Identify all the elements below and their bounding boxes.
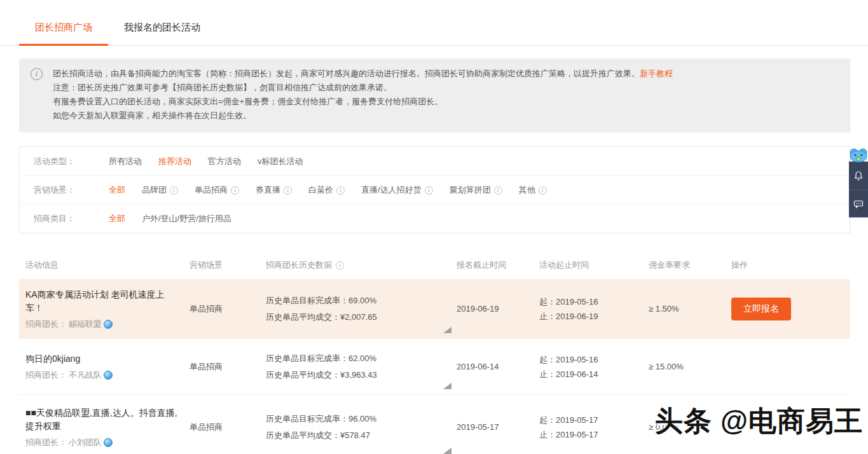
activity-info-cell: 狗日的0kjiang 招商团长：不凡战队 — [25, 352, 189, 381]
activity-title[interactable]: 狗日的0kjiang — [25, 352, 189, 366]
activity-leader: 招商团长：不凡战队 — [25, 369, 189, 381]
tutorial-link[interactable]: 新手教程 — [640, 69, 673, 78]
info-icon[interactable]: i — [284, 186, 292, 195]
scene-cell: 单品招商 — [189, 361, 266, 373]
history-avg-value: ¥578.47 — [340, 430, 370, 440]
table-header: 活动信息 营销场景 招商团长历史数据i 报名截止时间 活动起止时间 佣金率要求 … — [19, 251, 850, 279]
info-icon[interactable]: i — [231, 186, 239, 195]
bell-icon — [853, 170, 864, 181]
notice-line-4: 如您今天新加入联盟商家，相关操作将在次日起生效。 — [53, 109, 673, 123]
range-cell: 起：2019-05-17 止：2019-05-17 — [539, 413, 649, 442]
filter-row-activity-type: 活动类型： 所有活动 推荐活动 官方活动 v标团长活动 — [20, 147, 850, 175]
filter-option-official[interactable]: 官方活动 — [208, 156, 241, 167]
history-rate-value: 69.00% — [348, 296, 376, 305]
option-label: 直播/达人招好货 — [361, 184, 422, 196]
filter-label: 营销场景： — [34, 184, 109, 196]
leader-name[interactable]: 赐福联盟 — [69, 319, 102, 330]
leader-name[interactable]: 不凡战队 — [69, 369, 102, 381]
start-label: 起： — [539, 415, 556, 425]
history-rate-label: 历史单品目标完成率： — [266, 414, 348, 423]
tab-my-activities[interactable]: 我报名的团长活动 — [108, 22, 216, 45]
filter-option-coupon-live[interactable]: 券直播i — [256, 184, 292, 196]
activity-leader: 招商团长：赐福联盟 — [25, 319, 189, 330]
notice-line-1: 团长招商活动，由具备招商能力的淘宝客（简称：招商团长）发起，商家可对感兴趣的活动… — [53, 67, 673, 81]
history-rate-label: 历史单品目标完成率： — [266, 296, 348, 305]
option-label: 品牌团 — [142, 184, 167, 196]
history-rate: 历史单品目标完成率：69.00% — [266, 292, 457, 309]
wangwang-icon[interactable] — [104, 371, 113, 380]
range-end: 止：2019-05-17 — [539, 427, 649, 442]
filter-option-juhuasuan[interactable]: 聚划算拼团i — [450, 184, 502, 196]
info-icon[interactable]: i — [336, 186, 345, 195]
filter-option-v-leader[interactable]: v标团长活动 — [258, 156, 303, 167]
history-rate-value: 96.00% — [348, 414, 376, 423]
activity-title[interactable]: ■■天俊精品联盟,直播,达人。抖音直播,提升权重 — [25, 406, 189, 433]
range-start: 起：2019-05-17 — [539, 413, 649, 427]
info-icon[interactable]: i — [336, 261, 344, 270]
deadline-cell: 2019-05-17 — [457, 422, 539, 432]
info-icon[interactable]: i — [170, 186, 178, 195]
end-date: 2019-06-19 — [556, 312, 598, 321]
activity-leader: 招商团长：小刘团队 — [25, 437, 189, 448]
end-date: 2019-05-17 — [556, 430, 598, 439]
tab-bar: 团长招商广场 我报名的团长活动 — [0, 0, 868, 46]
filter-panel: 活动类型： 所有活动 推荐活动 官方活动 v标团长活动 营销场景： 全部 品牌团… — [19, 146, 850, 233]
tab-leader-plaza[interactable]: 团长招商广场 — [19, 22, 108, 45]
action-cell: 立即报名 — [731, 298, 850, 320]
history-avg-value: ¥2,007.65 — [340, 312, 377, 322]
filter-label: 招商类目： — [34, 213, 109, 224]
filter-option-single-item[interactable]: 单品招商i — [195, 184, 239, 196]
filter-option-cheap-price[interactable]: 白菜价i — [308, 184, 345, 196]
leader-label: 招商团长： — [25, 369, 67, 381]
info-icon[interactable]: i — [494, 186, 502, 195]
notifications-button[interactable] — [849, 162, 868, 189]
start-label: 起： — [539, 297, 556, 306]
chat-icon — [853, 199, 864, 209]
filter-option-scene-all[interactable]: 全部 — [109, 184, 125, 196]
filter-option-all-activities[interactable]: 所有活动 — [109, 156, 142, 167]
activity-info-cell: KA商家专属活动计划 老司机速度上车！ 招商团长：赐福联盟 — [25, 288, 189, 330]
header-label: 招商团长历史数据 — [266, 259, 332, 271]
history-avg-label: 历史单品平均成交： — [266, 312, 340, 322]
notice-box: i 团长招商活动，由具备招商能力的淘宝客（简称：招商团长）发起，商家可对感兴趣的… — [19, 58, 850, 132]
history-rate-value: 62.00% — [348, 354, 376, 363]
expand-corner-icon[interactable] — [443, 448, 451, 454]
end-label: 止： — [539, 430, 556, 439]
filter-option-live-talent[interactable]: 直播/达人招好货i — [361, 184, 433, 196]
expand-corner-icon[interactable] — [443, 383, 451, 389]
leader-name[interactable]: 小刘团队 — [69, 437, 102, 448]
table-row[interactable]: ■■天俊精品联盟,直播,达人。抖音直播,提升权重 招商团长：小刘团队 单品招商 … — [19, 394, 850, 454]
history-rate-label: 历史单品目标完成率： — [266, 354, 348, 363]
filter-option-recommended[interactable]: 推荐活动 — [158, 156, 191, 167]
col-date-range: 活动起止时间 — [539, 259, 649, 271]
apply-now-button[interactable]: 立即报名 — [731, 298, 791, 320]
wangwang-icon[interactable] — [104, 438, 113, 447]
activity-title[interactable]: KA商家专属活动计划 老司机速度上车！ — [25, 288, 189, 315]
info-icon[interactable]: i — [425, 186, 433, 195]
filter-option-brand-group[interactable]: 品牌团i — [142, 184, 178, 196]
messages-button[interactable] — [849, 189, 868, 217]
history-avg: 历史单品平均成交：¥578.47 — [266, 427, 457, 444]
history-avg: 历史单品平均成交：¥3,963.43 — [266, 367, 457, 383]
wangwang-icon[interactable] — [104, 320, 113, 329]
history-cell: 历史单品目标完成率：96.00% 历史单品平均成交：¥578.47 — [266, 395, 457, 454]
notice-line-2: 注意：团长历史推广效果可参考【招商团长历史数据】，勿盲目相信推广达成前的效果承诺… — [53, 81, 673, 95]
col-marketing-scene: 营销场景 — [189, 259, 266, 271]
filter-option-category-all[interactable]: 全部 — [109, 213, 125, 224]
start-label: 起： — [539, 355, 556, 364]
leader-label: 招商团长： — [25, 437, 67, 448]
filter-row-category: 招商类目： 全部 户外/登山/野营/旅行用品 — [20, 204, 850, 233]
commission-cell: ≥ 15.00% — [649, 362, 731, 371]
info-icon[interactable]: i — [539, 186, 547, 195]
end-label: 止： — [539, 312, 556, 321]
expand-corner-icon[interactable] — [443, 327, 451, 333]
info-icon: i — [31, 68, 43, 80]
filter-row-marketing-scene: 营销场景： 全部 品牌团i 单品招商i 券直播i 白菜价i 直播/达人招好货i … — [20, 175, 850, 204]
filter-option-other[interactable]: 其他i — [519, 184, 547, 196]
table-row[interactable]: KA商家专属活动计划 老司机速度上车！ 招商团长：赐福联盟 单品招商 历史单品目… — [19, 279, 850, 338]
col-commission: 佣金率要求 — [649, 259, 731, 271]
filter-option-outdoor[interactable]: 户外/登山/野营/旅行用品 — [142, 213, 231, 224]
option-label: 券直播 — [256, 184, 280, 196]
table-row[interactable]: 狗日的0kjiang 招商团长：不凡战队 单品招商 历史单品目标完成率：62.0… — [19, 338, 850, 394]
option-label: 白菜价 — [308, 184, 333, 196]
